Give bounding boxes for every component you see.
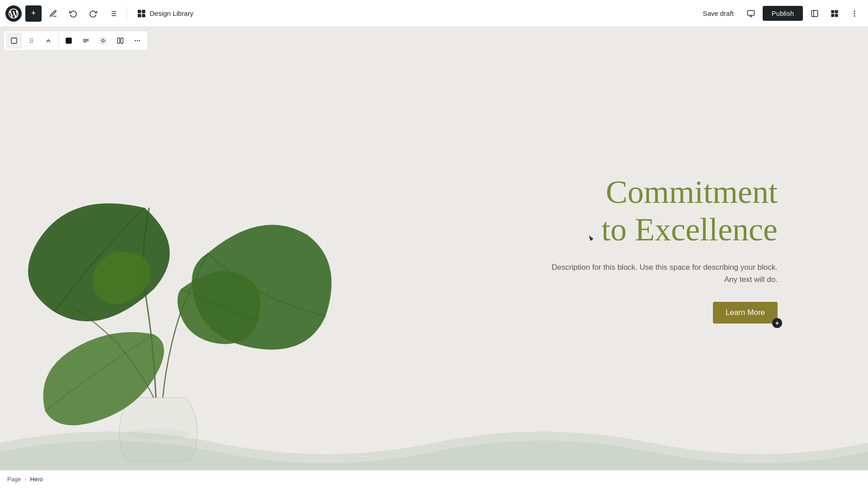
svg-point-19 — [854, 11, 855, 12]
edit-tool-button[interactable] — [45, 5, 61, 22]
top-bar-right: Save draft Publish — [697, 5, 863, 22]
svg-point-24 — [32, 38, 33, 39]
breadcrumb-page[interactable]: Page — [7, 476, 21, 483]
stackable-icon — [137, 9, 146, 18]
design-library-button[interactable]: Design Library — [132, 6, 198, 21]
svg-rect-13 — [811, 10, 818, 17]
svg-point-23 — [30, 38, 31, 39]
block-move-button[interactable] — [40, 33, 57, 49]
publish-button[interactable]: Publish — [763, 6, 803, 21]
design-library-label: Design Library — [150, 9, 193, 17]
svg-point-37 — [137, 40, 138, 42]
toolbar-inner-divider — [58, 34, 59, 47]
svg-rect-8 — [138, 14, 142, 17]
svg-point-25 — [30, 40, 31, 41]
block-color-button[interactable] — [61, 33, 77, 49]
svg-point-27 — [30, 42, 31, 43]
top-bar: + Design Li — [0, 0, 868, 27]
svg-rect-29 — [66, 38, 71, 43]
more-options-button[interactable] — [846, 5, 863, 22]
block-animation-button[interactable] — [95, 33, 111, 49]
block-more-button[interactable] — [129, 33, 146, 49]
add-block-button[interactable]: + — [25, 5, 42, 22]
redo-button[interactable] — [85, 5, 101, 22]
hero-description: Description for this block. Use this spa… — [542, 261, 778, 286]
hero-content: Commitment to Excellence Description for… — [542, 174, 778, 324]
sidebar-toggle-button[interactable] — [807, 5, 823, 22]
svg-rect-17 — [831, 14, 835, 17]
svg-rect-6 — [138, 9, 142, 13]
svg-point-21 — [854, 15, 855, 16]
save-draft-button[interactable]: Save draft — [697, 7, 739, 20]
svg-point-20 — [854, 13, 855, 14]
block-columns-button[interactable] — [112, 33, 128, 49]
svg-point-38 — [139, 40, 140, 42]
svg-point-33 — [102, 39, 104, 42]
wave-decoration — [0, 416, 868, 470]
svg-point-36 — [135, 40, 136, 42]
breadcrumb-separator: › — [24, 476, 26, 483]
editor-canvas: Commitment to Excellence Description for… — [0, 27, 868, 470]
svg-rect-34 — [118, 38, 120, 43]
block-drag-button[interactable] — [23, 33, 39, 49]
svg-rect-35 — [121, 38, 123, 43]
svg-rect-16 — [835, 10, 838, 13]
hero-section: Commitment to Excellence Description for… — [0, 27, 868, 470]
svg-rect-9 — [142, 14, 146, 17]
svg-rect-7 — [142, 9, 146, 13]
status-bar: Page › Hero — [0, 470, 868, 488]
svg-rect-15 — [831, 10, 835, 13]
hero-title: Commitment to Excellence — [542, 174, 778, 249]
plant-illustration-area — [0, 27, 339, 470]
block-align-button[interactable] — [78, 33, 94, 49]
learn-more-button[interactable]: Learn More + — [713, 302, 778, 324]
svg-rect-22 — [11, 38, 17, 43]
stackable-panel-button[interactable] — [826, 5, 843, 22]
svg-point-26 — [32, 40, 33, 41]
svg-rect-10 — [747, 10, 754, 15]
breadcrumb-hero: Hero — [30, 476, 42, 483]
svg-rect-18 — [835, 14, 838, 17]
undo-button[interactable] — [65, 5, 81, 22]
toolbar-divider — [127, 7, 127, 20]
block-toolbar — [4, 31, 148, 51]
add-badge: + — [772, 318, 782, 328]
svg-point-28 — [32, 42, 33, 43]
list-view-button[interactable] — [105, 5, 121, 22]
wordpress-logo[interactable] — [5, 5, 22, 22]
block-select-button[interactable] — [6, 33, 22, 49]
preview-button[interactable] — [743, 5, 759, 22]
